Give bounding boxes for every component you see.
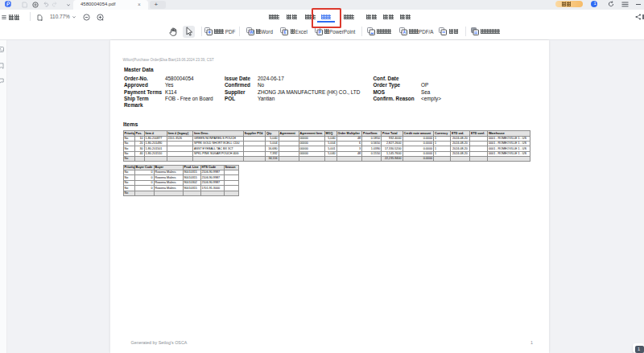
svg-text:W: W [249,30,253,35]
svg-text:A: A [402,30,406,35]
